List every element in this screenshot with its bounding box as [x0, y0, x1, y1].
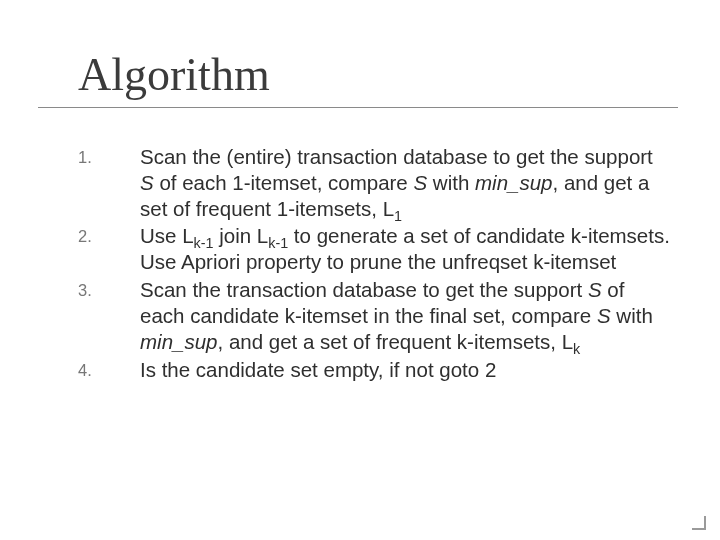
list-number: 1. [78, 144, 132, 221]
list-item: Is the candidate set empty, if not goto … [140, 357, 672, 383]
slide-title: Algorithm [78, 48, 672, 101]
list-item: Scan the (entire) transaction database t… [140, 144, 672, 221]
list-number: 4. [78, 357, 132, 383]
list-item: Use Lk-1 join Lk-1 to generate a set of … [140, 223, 672, 275]
title-divider [38, 107, 678, 108]
ordered-list: 1. Scan the (entire) transaction databas… [78, 144, 672, 382]
slide: Algorithm 1. Scan the (entire) transacti… [0, 0, 720, 540]
corner-decoration-icon [690, 514, 706, 530]
list-number: 3. [78, 277, 132, 354]
list-number: 2. [78, 223, 132, 275]
list-item: Scan the transaction database to get the… [140, 277, 672, 354]
